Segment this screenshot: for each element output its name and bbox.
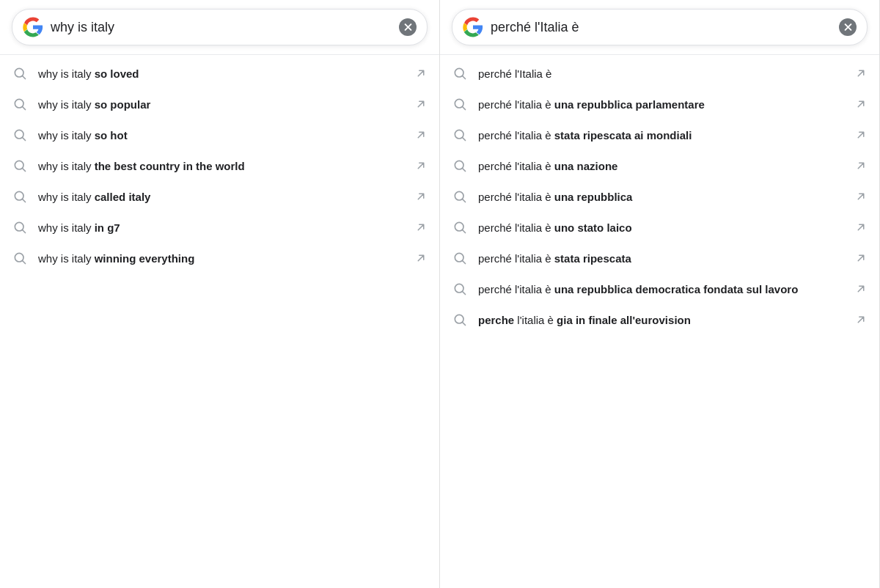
search-icon [452, 158, 468, 174]
arrow-icon [854, 98, 868, 111]
search-icon [12, 158, 28, 174]
google-logo-left [23, 17, 43, 37]
suggestion-text: why is italy the best country in the wor… [38, 158, 404, 174]
svg-line-9 [23, 199, 26, 202]
arrow-icon [414, 159, 428, 172]
left-search-bar-wrapper [0, 9, 439, 54]
suggestion-text: perché l'italia è stata ripescata ai mon… [478, 128, 844, 143]
arrow-icon [414, 67, 428, 80]
right-divider [440, 54, 879, 55]
svg-line-17 [463, 107, 466, 110]
list-item[interactable]: perché l'italia è una nazione [440, 150, 879, 181]
search-icon [12, 250, 28, 266]
suggestion-text: why is italy called italy [38, 189, 404, 205]
suggestion-text: perché l'italia è una repubblica democra… [478, 282, 844, 297]
arrow-icon [854, 251, 868, 265]
suggestion-text: why is italy so hot [38, 128, 404, 143]
left-search-input[interactable] [51, 20, 392, 35]
arrow-icon [854, 159, 868, 172]
svg-line-5 [23, 138, 26, 141]
search-icon [12, 219, 28, 235]
list-item[interactable]: perché l'italia è stata ripescata ai mon… [440, 120, 879, 150]
svg-line-3 [23, 107, 26, 110]
search-icon [452, 250, 468, 266]
search-icon [452, 188, 468, 205]
right-panel: perché l'Italia è perché l'italia è una … [440, 0, 880, 588]
list-item[interactable]: why is italy so loved [0, 58, 439, 89]
suggestion-text: perché l'italia è uno stato laico [478, 220, 844, 235]
list-item[interactable]: perché l'Italia è [440, 58, 879, 89]
list-item[interactable]: perché l'italia è una repubblica democra… [440, 273, 879, 304]
list-item[interactable]: perché l'italia è uno stato laico [440, 212, 879, 243]
arrow-icon [414, 221, 428, 234]
search-icon [12, 127, 28, 143]
list-item[interactable]: why is italy so hot [0, 120, 439, 150]
svg-line-25 [463, 230, 466, 233]
suggestion-text: perché l'Italia è [478, 66, 844, 81]
arrow-icon [854, 128, 868, 142]
list-item[interactable]: perche l'italia è gia in finale all'euro… [440, 304, 879, 335]
arrow-icon [414, 98, 428, 111]
right-search-bar-wrapper [440, 9, 879, 54]
svg-line-1 [23, 76, 26, 79]
svg-line-7 [23, 169, 26, 172]
right-suggestion-list: perché l'Italia è perché l'italia è una … [440, 58, 879, 335]
search-icon [452, 65, 468, 81]
search-icon [452, 219, 468, 235]
list-item[interactable]: why is italy winning everything [0, 243, 439, 273]
search-icon [452, 127, 468, 143]
arrow-icon [854, 282, 868, 295]
suggestion-text: perché l'italia è una repubblica [478, 189, 844, 205]
svg-line-27 [463, 261, 466, 264]
svg-line-21 [463, 169, 466, 172]
list-item[interactable]: why is italy the best country in the wor… [0, 150, 439, 181]
svg-line-29 [463, 292, 466, 295]
arrow-icon [854, 67, 868, 80]
search-icon [452, 281, 468, 297]
left-panel: why is italy so loved why is italy so po… [0, 0, 440, 588]
suggestion-text: why is italy so loved [38, 66, 404, 81]
left-search-bar [12, 9, 428, 45]
svg-line-13 [23, 261, 26, 264]
list-item[interactable]: why is italy called italy [0, 181, 439, 212]
left-suggestion-list: why is italy so loved why is italy so po… [0, 58, 439, 273]
google-logo-right [463, 17, 483, 37]
list-item[interactable]: perché l'italia è una repubblica parlame… [440, 89, 879, 120]
svg-line-23 [463, 199, 466, 202]
list-item[interactable]: perché l'italia è stata ripescata [440, 243, 879, 273]
svg-line-11 [23, 230, 26, 233]
right-search-bar [452, 9, 868, 45]
arrow-icon [414, 251, 428, 265]
search-icon [452, 312, 468, 328]
svg-line-15 [463, 76, 466, 79]
left-clear-button[interactable] [399, 18, 417, 36]
search-icon [452, 96, 468, 112]
suggestion-text: why is italy winning everything [38, 251, 404, 266]
search-icon [12, 96, 28, 112]
arrow-icon [414, 128, 428, 142]
suggestion-text: why is italy so popular [38, 97, 404, 112]
suggestion-text: why is italy in g7 [38, 220, 404, 235]
suggestion-text: perche l'italia è gia in finale all'euro… [478, 312, 844, 328]
left-divider [0, 54, 439, 55]
list-item[interactable]: perché l'italia è una repubblica [440, 181, 879, 212]
list-item[interactable]: why is italy in g7 [0, 212, 439, 243]
suggestion-text: perché l'italia è una repubblica parlame… [478, 97, 844, 112]
svg-line-19 [463, 138, 466, 141]
suggestion-text: perché l'italia è stata ripescata [478, 251, 844, 266]
svg-line-31 [463, 323, 466, 326]
right-clear-button[interactable] [839, 18, 857, 36]
search-icon [12, 188, 28, 205]
suggestion-text: perché l'italia è una nazione [478, 158, 844, 174]
arrow-icon [414, 190, 428, 203]
arrow-icon [854, 313, 868, 326]
search-icon [12, 65, 28, 81]
arrow-icon [854, 190, 868, 203]
arrow-icon [854, 221, 868, 234]
right-search-input[interactable] [491, 20, 832, 35]
list-item[interactable]: why is italy so popular [0, 89, 439, 120]
